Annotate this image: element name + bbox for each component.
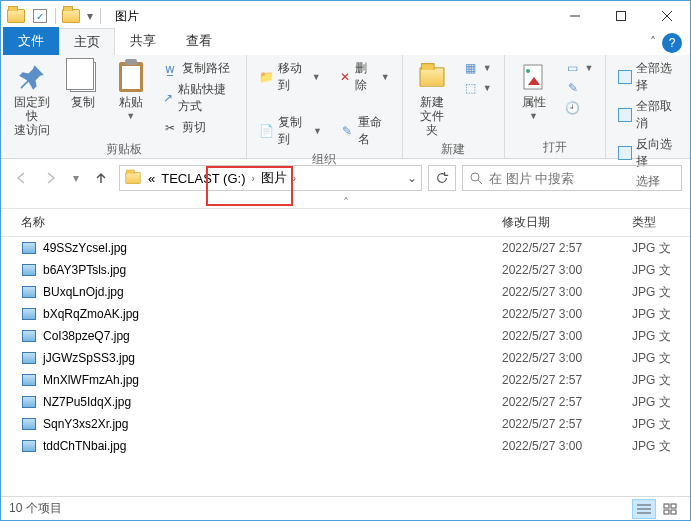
move-icon: 📁 xyxy=(259,69,274,85)
file-type: JPG 文 xyxy=(632,284,682,301)
chevron-right-icon[interactable]: › xyxy=(252,173,255,184)
file-name: bXqRqZmoAK.jpg xyxy=(43,307,502,321)
address-dropdown[interactable]: ⌄ xyxy=(407,171,417,185)
image-file-icon xyxy=(21,350,37,366)
qat-customize[interactable]: ▾ xyxy=(84,5,96,27)
ribbon-group-organize: 📁移动到▼ ✕删除▼ 📄复制到▼ ✎重命名 组织 xyxy=(247,55,402,158)
column-type[interactable]: 类型 xyxy=(632,214,682,231)
group-label-clipboard: 剪贴板 xyxy=(9,139,238,158)
ribbon-tabs: 文件 主页 共享 查看 ˄ ? xyxy=(1,31,690,55)
thumbnails-view-button[interactable] xyxy=(658,499,682,519)
svg-rect-1 xyxy=(617,12,626,21)
copy-icon xyxy=(70,62,96,92)
svg-rect-14 xyxy=(671,510,676,514)
tab-view[interactable]: 查看 xyxy=(171,27,227,55)
tab-share[interactable]: 共享 xyxy=(115,27,171,55)
open-button[interactable]: ▭▼ xyxy=(561,59,598,77)
cut-button[interactable]: ✂剪切 xyxy=(158,118,239,137)
svg-point-5 xyxy=(526,69,530,73)
file-row[interactable]: tddChTNbai.jpg2022/5/27 3:00JPG 文 xyxy=(1,435,690,457)
up-button[interactable] xyxy=(89,166,113,190)
tab-file[interactable]: 文件 xyxy=(3,27,59,55)
move-to-button[interactable]: 📁移动到▼ xyxy=(255,59,324,95)
file-list[interactable]: 49SSzYcsel.jpg2022/5/27 2:57JPG 文b6AY3PT… xyxy=(1,237,690,515)
minimize-button[interactable] xyxy=(552,1,598,31)
file-row[interactable]: SqnY3xs2Xr.jpg2022/5/27 2:57JPG 文 xyxy=(1,413,690,435)
new-item-icon: ▦ xyxy=(463,60,479,76)
cut-label: 剪切 xyxy=(182,119,206,136)
image-file-icon xyxy=(21,372,37,388)
file-date: 2022/5/27 3:00 xyxy=(502,285,632,299)
file-row[interactable]: MnXlWFmzAh.jpg2022/5/27 2:57JPG 文 xyxy=(1,369,690,391)
file-date: 2022/5/27 3:00 xyxy=(502,351,632,365)
window-title: 图片 xyxy=(115,8,139,25)
forward-button[interactable] xyxy=(39,166,63,190)
details-view-button[interactable] xyxy=(632,499,656,519)
file-date: 2022/5/27 2:57 xyxy=(502,241,632,255)
qat-properties[interactable]: ✓ xyxy=(29,5,51,27)
collapse-nav-pane[interactable]: ˄ xyxy=(1,197,690,209)
delete-button[interactable]: ✕删除▼ xyxy=(335,59,394,95)
search-input[interactable] xyxy=(489,171,675,186)
paste-button[interactable]: 粘贴 ▼ xyxy=(110,59,152,123)
properties-label: 属性 xyxy=(522,95,546,109)
file-row[interactable]: 49SSzYcsel.jpg2022/5/27 2:57JPG 文 xyxy=(1,237,690,259)
copy-path-button[interactable]: w̲复制路径 xyxy=(158,59,239,78)
folder-icon xyxy=(62,9,80,23)
select-none-button[interactable]: 全部取消 xyxy=(614,97,682,133)
select-none-icon xyxy=(618,107,632,123)
maximize-button[interactable] xyxy=(598,1,644,31)
file-date: 2022/5/27 2:57 xyxy=(502,417,632,431)
qat-new-folder[interactable] xyxy=(60,5,82,27)
file-row[interactable]: BUxqLnOjd.jpg2022/5/27 3:00JPG 文 xyxy=(1,281,690,303)
back-button[interactable] xyxy=(9,166,33,190)
column-headers: 名称 修改日期 类型 xyxy=(1,209,690,237)
breadcrumb-prefix: « xyxy=(148,171,155,186)
new-folder-button[interactable]: 新建 文件夹 xyxy=(411,59,453,139)
column-date[interactable]: 修改日期 xyxy=(502,214,632,231)
move-to-label: 移动到 xyxy=(278,60,306,94)
close-button[interactable] xyxy=(644,1,690,31)
pin-icon xyxy=(18,63,46,91)
breadcrumb-seg-folder[interactable]: 图片 xyxy=(261,169,287,187)
copy-to-label: 复制到 xyxy=(278,114,307,148)
file-name: SqnY3xs2Xr.jpg xyxy=(43,417,502,431)
checkbox-icon: ✓ xyxy=(33,9,47,23)
open-icon: ▭ xyxy=(565,60,581,76)
properties-button[interactable]: 属性 ▼ xyxy=(513,59,555,123)
pin-label: 固定到快 速访问 xyxy=(13,95,52,137)
file-row[interactable]: bXqRqZmoAK.jpg2022/5/27 3:00JPG 文 xyxy=(1,303,690,325)
breadcrumb[interactable]: « TECLAST (G:) › 图片 › ⌄ xyxy=(119,165,422,191)
refresh-button[interactable] xyxy=(428,165,456,191)
chevron-right-icon[interactable]: › xyxy=(293,173,296,184)
image-file-icon xyxy=(21,416,37,432)
select-all-button[interactable]: 全部选择 xyxy=(614,59,682,95)
file-row[interactable]: NZ7Pu5IdqX.jpg2022/5/27 2:57JPG 文 xyxy=(1,391,690,413)
copy-button[interactable]: 复制 xyxy=(62,59,104,111)
rename-button[interactable]: ✎重命名 xyxy=(336,113,394,149)
copy-to-button[interactable]: 📄复制到▼ xyxy=(255,113,326,149)
paste-shortcut-button[interactable]: ↗粘贴快捷方式 xyxy=(158,80,239,116)
app-icon[interactable] xyxy=(5,5,27,27)
copy-to-icon: 📄 xyxy=(259,123,274,139)
image-file-icon xyxy=(21,262,37,278)
recent-button[interactable]: ▾ xyxy=(69,166,83,190)
edit-button[interactable]: ✎ xyxy=(561,79,598,97)
column-name[interactable]: 名称 xyxy=(21,214,502,231)
pin-quick-access-button[interactable]: 固定到快 速访问 xyxy=(9,59,56,139)
clipboard-icon xyxy=(119,62,143,92)
help-button[interactable]: ? xyxy=(662,33,682,53)
new-item-button[interactable]: ▦▼ xyxy=(459,59,496,77)
breadcrumb-seg-drive[interactable]: TECLAST (G:) xyxy=(161,171,245,186)
file-row[interactable]: jJGWzSpSS3.jpg2022/5/27 3:00JPG 文 xyxy=(1,347,690,369)
file-row[interactable]: CoI38pzeQ7.jpg2022/5/27 3:00JPG 文 xyxy=(1,325,690,347)
file-row[interactable]: b6AY3PTsls.jpg2022/5/27 3:00JPG 文 xyxy=(1,259,690,281)
image-file-icon xyxy=(21,284,37,300)
history-button[interactable]: 🕘 xyxy=(561,99,598,117)
file-type: JPG 文 xyxy=(632,394,682,411)
ribbon-expand-icon[interactable]: ˄ xyxy=(650,35,656,49)
easy-access-button[interactable]: ⬚▼ xyxy=(459,79,496,97)
folder-icon xyxy=(125,172,140,184)
tab-home[interactable]: 主页 xyxy=(59,28,115,55)
search-box[interactable] xyxy=(462,165,682,191)
